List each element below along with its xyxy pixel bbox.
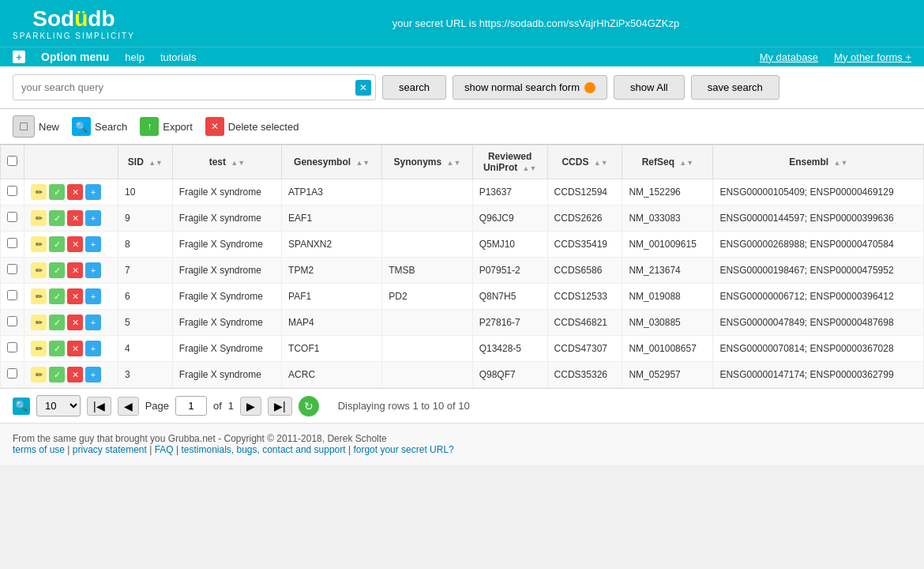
uniprot-sort-icon[interactable]: ▲▼ — [523, 165, 537, 172]
test-column-header[interactable]: test ▲▼ — [172, 145, 281, 179]
row-actions: ✏ ✓ ✕ + — [31, 184, 111, 200]
synonyms-cell — [382, 336, 472, 362]
plus-icon: + — [13, 51, 25, 63]
ok-button[interactable]: ✓ — [49, 184, 65, 200]
search-clear-button[interactable]: ✕ — [355, 80, 371, 96]
sid-column-header[interactable]: SID ▲▼ — [118, 145, 173, 179]
row-checkbox[interactable] — [7, 316, 17, 326]
faq-link[interactable]: FAQ — [155, 444, 174, 455]
row-checkbox[interactable] — [7, 186, 17, 196]
delete-icon: ✕ — [205, 117, 224, 136]
export-icon: ↑ — [140, 117, 159, 136]
search-button[interactable]: search — [382, 75, 446, 100]
add-row-button[interactable]: + — [85, 367, 101, 382]
delete-row-button[interactable]: ✕ — [67, 184, 83, 200]
synonyms-column-header[interactable]: Synonyms ▲▼ — [382, 145, 472, 179]
delete-row-button[interactable]: ✕ — [67, 262, 83, 278]
add-row-button[interactable]: + — [85, 184, 101, 200]
option-menu-button[interactable]: Option menu — [41, 51, 109, 63]
ok-button[interactable]: ✓ — [49, 210, 65, 226]
edit-button[interactable]: ✏ — [31, 367, 47, 382]
save-search-button[interactable]: save search — [691, 75, 779, 100]
rows-per-page-select[interactable]: 102550100 — [36, 395, 81, 416]
row-checkbox[interactable] — [7, 264, 17, 274]
edit-button[interactable]: ✏ — [31, 210, 47, 226]
delete-row-button[interactable]: ✕ — [67, 236, 83, 252]
genesymbol-column-header[interactable]: Genesymbol ▲▼ — [282, 145, 382, 179]
test-cell: Fragile X Syndrome — [172, 336, 281, 362]
test-sort-icon[interactable]: ▲▼ — [231, 160, 245, 167]
edit-button[interactable]: ✏ — [31, 288, 47, 304]
forgot-url-link[interactable]: forgot your secret URL? — [353, 444, 453, 455]
edit-button[interactable]: ✏ — [31, 341, 47, 356]
pagination-search-button[interactable]: 🔍 — [13, 398, 30, 415]
add-row-button[interactable]: + — [85, 288, 101, 304]
terms-of-use-link[interactable]: terms of use — [13, 444, 65, 455]
ok-button[interactable]: ✓ — [49, 236, 65, 252]
tutorials-link[interactable]: tutorials — [160, 51, 197, 63]
first-page-button[interactable]: |◀ — [87, 397, 111, 416]
my-database-link[interactable]: My database — [760, 51, 818, 63]
edit-button[interactable]: ✏ — [31, 236, 47, 252]
sid-sort-icon[interactable]: ▲▼ — [148, 160, 163, 167]
ok-button[interactable]: ✓ — [49, 315, 65, 330]
delete-row-button[interactable]: ✕ — [67, 210, 83, 226]
refseq-column-header[interactable]: RefSeq ▲▼ — [622, 145, 713, 179]
new-icon: □ — [13, 115, 35, 138]
export-button[interactable]: ↑ Export — [140, 117, 193, 136]
next-page-button[interactable]: ▶ — [240, 397, 261, 416]
new-button[interactable]: □ New — [13, 115, 59, 138]
select-all-checkbox[interactable] — [7, 156, 17, 166]
row-checkbox[interactable] — [7, 342, 17, 352]
delete-row-button[interactable]: ✕ — [67, 315, 83, 330]
add-row-button[interactable]: + — [85, 341, 101, 356]
ccds-sort-icon[interactable]: ▲▼ — [594, 160, 608, 167]
delete-row-button[interactable]: ✕ — [67, 367, 83, 382]
ok-button[interactable]: ✓ — [49, 288, 65, 304]
reviewed-uniprot-cell: Q8N7H5 — [472, 284, 547, 310]
prev-page-button[interactable]: ◀ — [118, 397, 139, 416]
row-checkbox[interactable] — [7, 290, 17, 300]
refresh-button[interactable]: ↻ — [299, 396, 319, 416]
genesymbol-sort-icon[interactable]: ▲▼ — [355, 160, 370, 167]
table-row: ✏ ✓ ✕ + 10 Fragile X syndrome ATP1A3 P13… — [1, 179, 924, 205]
reviewed-uniprot-column-header[interactable]: ReviewedUniProt ▲▼ — [472, 145, 547, 179]
ok-button[interactable]: ✓ — [49, 367, 65, 382]
my-other-forms-link[interactable]: My other forms + — [834, 51, 911, 63]
ok-button[interactable]: ✓ — [49, 341, 65, 356]
page-label: Page — [145, 400, 169, 412]
edit-button[interactable]: ✏ — [31, 262, 47, 278]
delete-row-button[interactable]: ✕ — [67, 341, 83, 356]
add-row-button[interactable]: + — [85, 210, 101, 226]
refseq-sort-icon[interactable]: ▲▼ — [679, 160, 693, 167]
privacy-statement-link[interactable]: privacy statement — [73, 444, 147, 455]
edit-button[interactable]: ✏ — [31, 315, 47, 330]
add-row-button[interactable]: + — [85, 315, 101, 330]
synonyms-cell — [382, 179, 472, 205]
show-all-button[interactable]: show All — [614, 75, 685, 100]
ensembl-sort-icon[interactable]: ▲▼ — [833, 160, 847, 167]
table-row: ✏ ✓ ✕ + 3 Fragile X syndrome ACRC Q98QF7… — [1, 362, 924, 388]
row-checkbox[interactable] — [7, 238, 17, 248]
test-cell: Fragile X Syndrome — [172, 284, 281, 310]
synonyms-sort-icon[interactable]: ▲▼ — [447, 160, 461, 167]
ensembl-cell: ENSG00000198467; ENSP00000475952 — [713, 258, 924, 284]
add-row-button[interactable]: + — [85, 262, 101, 278]
delete-row-button[interactable]: ✕ — [67, 288, 83, 304]
help-link[interactable]: help — [125, 51, 145, 63]
row-checkbox[interactable] — [7, 368, 17, 379]
show-normal-search-form-button[interactable]: show normal search form — [453, 75, 607, 100]
row-checkbox[interactable] — [7, 212, 17, 222]
genesymbol-cell: TPM2 — [282, 258, 382, 284]
delete-selected-button[interactable]: ✕ Delete selected — [205, 117, 299, 136]
search-input[interactable] — [13, 74, 376, 100]
page-number-input[interactable] — [175, 396, 207, 416]
ensembl-column-header[interactable]: Ensembl ▲▼ — [713, 145, 924, 179]
ccds-column-header[interactable]: CCDS ▲▼ — [547, 145, 622, 179]
ok-button[interactable]: ✓ — [49, 262, 65, 278]
edit-button[interactable]: ✏ — [31, 184, 47, 200]
last-page-button[interactable]: ▶| — [268, 397, 292, 416]
testimonials-link[interactable]: testimonials, bugs, contact and support — [181, 444, 345, 455]
add-row-button[interactable]: + — [85, 236, 101, 252]
search-toolbar-button[interactable]: 🔍 Search — [72, 117, 127, 136]
